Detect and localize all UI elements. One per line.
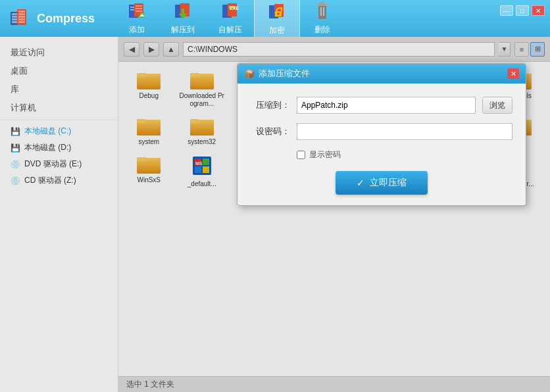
toolbar-extract-label: 解压到 bbox=[171, 24, 195, 36]
app-title: Compress bbox=[37, 12, 95, 26]
toolbar-encrypt[interactable]: 加密 bbox=[254, 0, 300, 41]
maximize-button[interactable]: □ bbox=[516, 5, 529, 16]
svg-rect-9 bbox=[18, 18, 25, 20]
toolbar-selfextract-label: 自解压 bbox=[218, 24, 242, 36]
main-container: 最近访问 桌面 库 计算机 💾 本地磁盘 (C:) 💾 本地磁盘 (D:) 💿 … bbox=[0, 37, 550, 392]
sidebar-drive-z[interactable]: 💿 CD 驱动器 (Z:) bbox=[0, 172, 118, 189]
show-password-checkbox[interactable] bbox=[297, 151, 305, 159]
selfextract-icon: EXE bbox=[220, 1, 241, 22]
show-password-row: 显示密码 bbox=[297, 149, 512, 160]
compress-btn-container: ✓ 立即压缩 bbox=[251, 171, 512, 195]
svg-rect-34 bbox=[320, 2, 325, 5]
delete-icon bbox=[312, 1, 333, 22]
sidebar-drive-c[interactable]: 💾 本地磁盘 (C:) bbox=[0, 123, 118, 139]
browse-button[interactable]: 浏览 bbox=[482, 97, 512, 114]
svg-rect-36 bbox=[323, 7, 324, 16]
sidebar-drive-d[interactable]: 💾 本地磁盘 (D:) bbox=[0, 139, 118, 156]
minimize-button[interactable]: — bbox=[500, 5, 513, 16]
extract-icon bbox=[172, 1, 193, 22]
compress-to-input[interactable] bbox=[297, 97, 476, 114]
dialog-icon: 📦 bbox=[244, 69, 255, 79]
sidebar-divider bbox=[0, 120, 118, 120]
compress-btn-icon: ✓ bbox=[357, 178, 364, 188]
toolbar-add-label: 添加 bbox=[129, 24, 145, 36]
drive-e-label: DVD 驱动器 (E:) bbox=[24, 159, 82, 170]
dialog-body: 压缩到： 浏览 设密码： 显示密码 ✓ bbox=[238, 84, 526, 205]
dialog-overlay: 📦 添加压缩文件 ✕ 压缩到： 浏览 设密码： bbox=[118, 37, 550, 392]
svg-rect-35 bbox=[320, 7, 322, 16]
svg-rect-4 bbox=[12, 21, 17, 23]
svg-rect-2 bbox=[12, 16, 17, 18]
close-button[interactable]: ✕ bbox=[532, 5, 545, 16]
svg-rect-20 bbox=[140, 15, 144, 16]
toolbar-selfextract[interactable]: EXE 自解压 bbox=[207, 0, 254, 41]
sidebar-computer[interactable]: 计算机 bbox=[0, 99, 118, 117]
compress-dialog: 📦 添加压缩文件 ✕ 压缩到： 浏览 设密码： bbox=[237, 63, 526, 206]
drive-z-label: CD 驱动器 (Z:) bbox=[24, 175, 76, 186]
drive-d-label: 本地磁盘 (D:) bbox=[24, 142, 71, 153]
svg-rect-15 bbox=[136, 5, 142, 7]
password-label: 设密码： bbox=[251, 126, 290, 137]
svg-rect-6 bbox=[18, 11, 25, 12]
window-controls: — □ ✕ bbox=[500, 5, 545, 16]
dialog-title-bar: 📦 添加压缩文件 ✕ bbox=[238, 64, 526, 84]
compress-btn-label: 立即压缩 bbox=[370, 177, 407, 189]
logo-area: Compress bbox=[8, 7, 95, 30]
drive-z-icon: 💿 bbox=[11, 176, 20, 185]
svg-rect-3 bbox=[12, 18, 17, 20]
dialog-title-text: 添加压缩文件 bbox=[259, 68, 310, 80]
toolbar-extract[interactable]: 解压到 bbox=[159, 0, 207, 41]
svg-rect-1 bbox=[12, 13, 17, 15]
sidebar-drive-e[interactable]: 💿 DVD 驱动器 (E:) bbox=[0, 156, 118, 172]
drive-e-icon: 💿 bbox=[11, 160, 20, 169]
svg-rect-7 bbox=[18, 13, 25, 15]
dialog-title-left: 📦 添加压缩文件 bbox=[244, 68, 310, 80]
sidebar: 最近访问 桌面 库 计算机 💾 本地磁盘 (C:) 💾 本地磁盘 (D:) 💿 … bbox=[0, 37, 118, 392]
dialog-close-btn[interactable]: ✕ bbox=[507, 68, 519, 79]
encrypt-icon bbox=[266, 1, 288, 22]
drive-d-icon: 💾 bbox=[11, 143, 20, 153]
sidebar-desktop[interactable]: 桌面 bbox=[0, 62, 118, 80]
compress-to-label: 压缩到： bbox=[251, 99, 290, 111]
toolbar: 添加 解压到 EXE 自解压 bbox=[114, 0, 542, 41]
svg-rect-17 bbox=[136, 11, 142, 12]
add-icon bbox=[126, 1, 147, 22]
svg-rect-16 bbox=[136, 8, 142, 9]
svg-rect-23 bbox=[182, 9, 184, 15]
app-logo bbox=[8, 7, 32, 30]
sidebar-recent[interactable]: 最近访问 bbox=[0, 43, 118, 62]
sidebar-library[interactable]: 库 bbox=[0, 80, 118, 99]
drive-c-icon: 💾 bbox=[11, 127, 20, 136]
drive-c-label: 本地磁盘 (C:) bbox=[24, 126, 71, 137]
file-browser: ◀ ▶ ▲ ▼ ≡ ⊞ Debug Downloaded Program... bbox=[118, 37, 550, 392]
toolbar-delete[interactable]: 删除 bbox=[300, 0, 345, 41]
toolbar-add[interactable]: 添加 bbox=[114, 0, 159, 41]
compress-to-row: 压缩到： 浏览 bbox=[251, 97, 512, 114]
password-input[interactable] bbox=[297, 123, 512, 140]
compress-button[interactable]: ✓ 立即压缩 bbox=[336, 171, 428, 195]
password-row: 设密码： bbox=[251, 123, 512, 140]
show-password-label: 显示密码 bbox=[309, 149, 341, 160]
toolbar-delete-label: 删除 bbox=[314, 24, 330, 36]
svg-rect-10 bbox=[18, 21, 25, 23]
toolbar-encrypt-label: 加密 bbox=[269, 25, 285, 36]
svg-text:EXE: EXE bbox=[230, 6, 239, 11]
svg-point-31 bbox=[277, 12, 280, 15]
svg-rect-8 bbox=[18, 16, 25, 18]
title-bar: Compress 添加 bbox=[0, 0, 550, 37]
svg-rect-32 bbox=[318, 5, 326, 19]
